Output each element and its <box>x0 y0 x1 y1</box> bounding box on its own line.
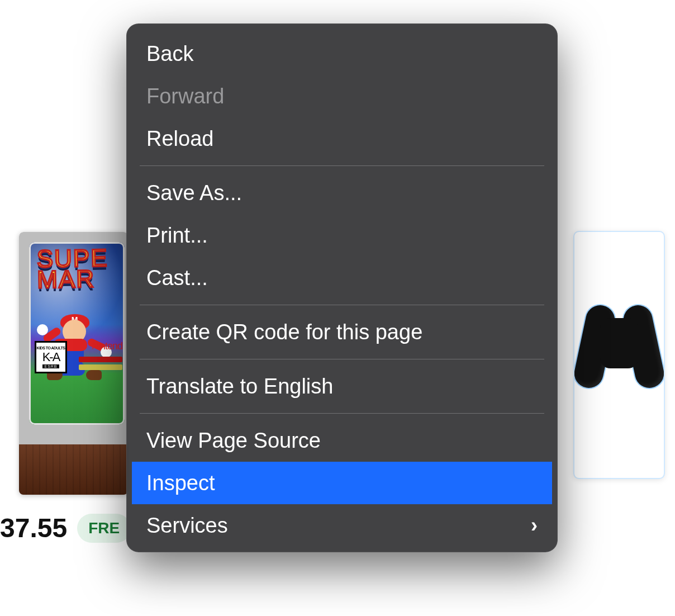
context-menu: Back Forward Reload Save As... Print... … <box>126 23 558 552</box>
rating-org: ESRB <box>42 364 59 368</box>
product-thumbnail-cartridge[interactable]: SUPE MAR KIDS TO ADULTS K-A ESRB Nintend <box>19 232 128 495</box>
controller-art <box>580 305 658 405</box>
nintendo-logo: Nintend <box>92 340 122 352</box>
rating-audience: KIDS TO ADULTS <box>37 346 65 350</box>
product-thumbnail-controller[interactable] <box>574 232 664 478</box>
menu-item-back[interactable]: Back <box>132 32 552 75</box>
label-fineprint <box>79 354 122 370</box>
menu-item-reload[interactable]: Reload <box>132 117 552 160</box>
menu-item-services[interactable]: Services › <box>132 504 552 547</box>
menu-separator <box>140 165 544 166</box>
price-value: 37.55 <box>0 513 67 543</box>
menu-item-translate[interactable]: Translate to English <box>132 365 552 407</box>
price-row: 37.55 FRE <box>0 513 131 543</box>
cartridge-label: SUPE MAR KIDS TO ADULTS K-A ESRB Nintend <box>29 242 125 425</box>
menu-separator <box>140 359 544 359</box>
menu-item-cast[interactable]: Cast... <box>132 257 552 299</box>
wood-surface <box>19 444 128 495</box>
menu-item-inspect[interactable]: Inspect <box>132 462 552 504</box>
game-title: SUPE MAR <box>36 247 121 290</box>
menu-separator <box>140 413 544 414</box>
menu-item-save-as[interactable]: Save As... <box>132 172 552 214</box>
menu-separator <box>140 305 544 305</box>
menu-item-print[interactable]: Print... <box>132 214 552 257</box>
chevron-right-icon: › <box>531 514 538 537</box>
esrb-rating-box: KIDS TO ADULTS K-A ESRB <box>35 341 67 373</box>
menu-item-create-qr[interactable]: Create QR code for this page <box>132 311 552 353</box>
free-shipping-badge: FRE <box>77 514 131 543</box>
page-background: SUPE MAR KIDS TO ADULTS K-A ESRB Nintend… <box>0 0 675 616</box>
menu-item-view-source[interactable]: View Page Source <box>132 419 552 462</box>
rating-code: K-A <box>42 350 60 364</box>
menu-item-forward: Forward <box>132 75 552 117</box>
